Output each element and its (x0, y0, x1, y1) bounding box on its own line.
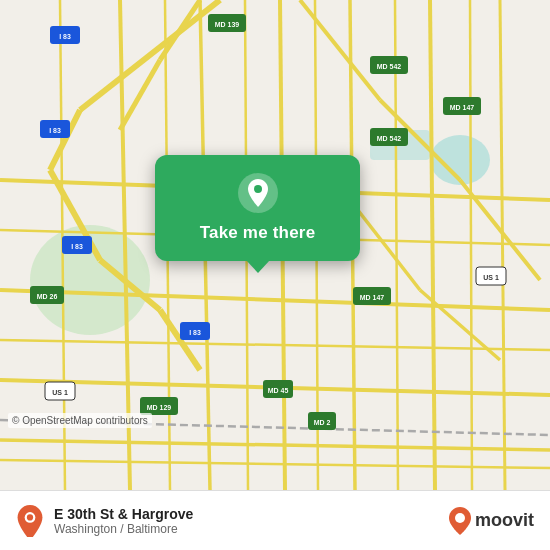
svg-line-18 (430, 0, 435, 490)
svg-text:MD 139: MD 139 (215, 21, 240, 28)
svg-point-70 (27, 514, 33, 520)
svg-text:MD 45: MD 45 (268, 387, 289, 394)
location-title: E 30th St & Hargrove (54, 506, 449, 522)
moovit-text: moovit (475, 510, 534, 531)
svg-text:MD 147: MD 147 (360, 294, 385, 301)
svg-line-23 (350, 200, 420, 290)
location-info: E 30th St & Hargrove Washington / Baltim… (54, 506, 449, 536)
bottom-bar: E 30th St & Hargrove Washington / Baltim… (0, 490, 550, 550)
svg-point-71 (455, 513, 465, 523)
svg-line-27 (0, 460, 550, 468)
pin-icon (236, 171, 280, 215)
svg-text:MD 542: MD 542 (377, 135, 402, 142)
moovit-logo: moovit (449, 507, 534, 535)
svg-text:MD 129: MD 129 (147, 404, 172, 411)
svg-text:I 83: I 83 (71, 243, 83, 250)
svg-text:I 83: I 83 (59, 33, 71, 40)
svg-text:MD 2: MD 2 (314, 419, 331, 426)
svg-text:MD 26: MD 26 (37, 293, 58, 300)
location-popup: Take me there (155, 155, 360, 261)
location-subtitle: Washington / Baltimore (54, 522, 449, 536)
svg-text:US 1: US 1 (483, 274, 499, 281)
svg-line-4 (50, 110, 80, 170)
svg-line-13 (0, 440, 550, 450)
svg-line-26 (0, 340, 550, 350)
svg-text:I 83: I 83 (189, 329, 201, 336)
svg-point-68 (254, 185, 262, 193)
moovit-pin-icon (449, 507, 471, 535)
svg-text:US 1: US 1 (52, 389, 68, 396)
svg-line-20 (300, 0, 380, 100)
svg-line-33 (470, 0, 472, 490)
take-me-there-button[interactable]: Take me there (200, 223, 316, 243)
svg-text:MD 147: MD 147 (450, 104, 475, 111)
map-container: I 83 I 83 I 83 I 83 MD 139 MD 542 MD 542… (0, 0, 550, 490)
svg-text:I 83: I 83 (49, 127, 61, 134)
osm-attribution: © OpenStreetMap contributors (8, 413, 152, 428)
location-pin-icon (16, 505, 44, 537)
svg-text:MD 542: MD 542 (377, 63, 402, 70)
